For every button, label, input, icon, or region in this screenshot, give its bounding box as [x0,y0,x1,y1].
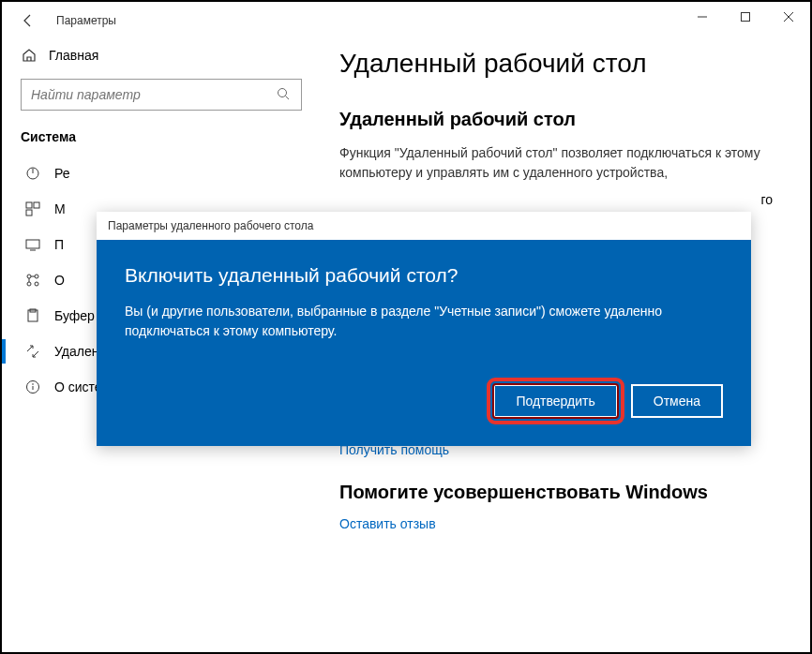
dialog-body-text: Вы (и другие пользователи, выбранные в р… [125,302,723,341]
share-icon [24,272,41,289]
clipboard-icon [24,307,41,324]
sidebar-item-label: М [54,201,66,216]
sidebar-section-header: Система [21,129,302,144]
section-body: Функция "Удаленный рабочий стол" позволя… [339,143,773,183]
page-title: Удаленный рабочий стол [339,49,773,79]
minimize-button[interactable] [681,2,724,32]
svg-point-4 [278,89,287,97]
remote-icon [24,343,41,360]
display-icon [24,236,41,253]
svg-line-21 [27,346,33,351]
confirm-button[interactable]: Подтвердить [493,384,617,418]
svg-line-22 [33,351,38,357]
sidebar-item-label: Ре [54,166,70,181]
close-button[interactable] [767,2,810,32]
svg-rect-1 [742,13,750,22]
sidebar-item-rezhimy[interactable]: Ре [21,156,302,191]
multitask-icon [24,201,41,217]
maximize-button[interactable] [724,2,767,32]
sidebar-item-label: О [54,273,65,288]
confirmation-dialog: Параметры удаленного рабочего стола Вклю… [97,212,751,446]
sidebar-item-label: П [54,237,64,252]
dialog-titlebar: Параметры удаленного рабочего стола [97,212,751,240]
svg-point-14 [35,275,38,278]
improve-title: Помогите усовершенствовать Windows [339,482,773,503]
home-label: Главная [49,48,98,63]
svg-point-25 [32,383,34,385]
svg-line-5 [286,97,290,100]
section-title: Удаленный рабочий стол [339,109,773,130]
svg-point-15 [27,282,31,286]
svg-rect-11 [26,240,39,248]
home-icon [21,47,38,64]
cancel-button[interactable]: Отмена [631,384,723,418]
search-box[interactable] [21,79,302,111]
search-icon [277,87,292,102]
home-nav[interactable]: Главная [21,39,302,71]
dialog-heading: Включить удаленный рабочий стол? [125,264,723,287]
window-controls [681,2,810,32]
titlebar: Параметры [2,2,810,39]
svg-point-13 [27,275,31,278]
search-input[interactable] [31,87,277,102]
svg-rect-8 [26,202,32,208]
svg-point-16 [35,282,38,286]
power-icon [24,165,41,182]
svg-rect-10 [26,210,32,216]
window-title: Параметры [56,14,116,27]
svg-rect-9 [34,202,39,208]
info-icon [24,379,41,395]
back-button[interactable] [19,11,38,30]
feedback-link[interactable]: Оставить отзыв [339,516,773,531]
truncated-text: го [760,192,773,207]
